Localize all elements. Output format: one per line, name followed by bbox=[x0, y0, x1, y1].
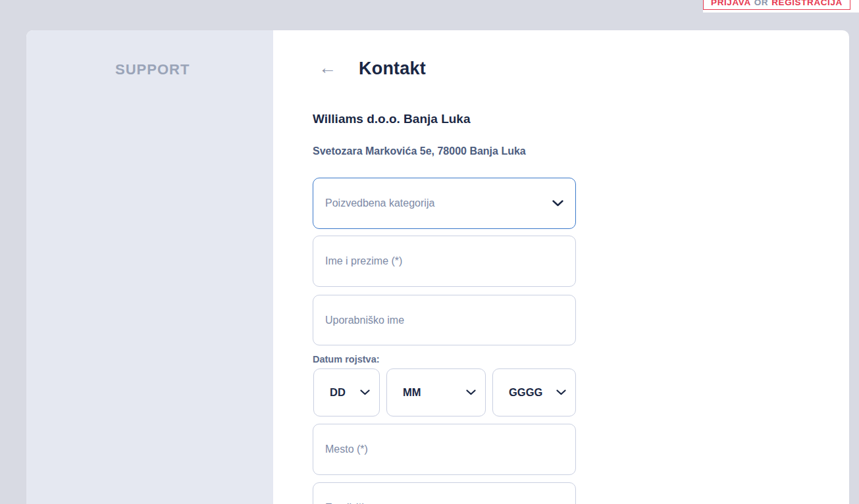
company-name: Williams d.o.o. Banja Luka bbox=[313, 112, 471, 126]
dob-year-select[interactable]: GGGG bbox=[492, 368, 576, 416]
register-button[interactable]: REGISTRACIJA bbox=[771, 0, 843, 7]
chevron-down-icon bbox=[552, 200, 563, 207]
dob-year-value: GGGG bbox=[509, 386, 542, 399]
page-title: Kontakt bbox=[359, 59, 426, 79]
dob-day-value: DD bbox=[330, 386, 346, 399]
auth-or-label: OR bbox=[751, 0, 771, 7]
back-arrow-icon[interactable]: ← bbox=[319, 59, 336, 77]
dob-label: Datum rojstva: bbox=[313, 354, 380, 365]
contact-form-panel: ← Kontakt Williams d.o.o. Banja Luka Sve… bbox=[273, 30, 849, 504]
login-button[interactable]: PRIJAVA bbox=[711, 0, 751, 7]
sidebar-title: SUPPORT bbox=[115, 61, 190, 78]
email-input[interactable] bbox=[313, 482, 576, 504]
city-input[interactable] bbox=[313, 424, 576, 475]
dob-month-value: MM bbox=[403, 386, 421, 399]
company-address: Svetozara Markovića 5e, 78000 Banja Luka bbox=[313, 145, 526, 157]
chevron-down-icon bbox=[556, 390, 566, 395]
full-name-input[interactable] bbox=[313, 236, 576, 287]
dob-month-select[interactable]: MM bbox=[386, 368, 486, 416]
content-card: SUPPORT ← Kontakt Williams d.o.o. Banja … bbox=[26, 30, 849, 504]
username-input[interactable] bbox=[313, 295, 576, 345]
category-select[interactable]: Poizvedbena kategorija bbox=[313, 178, 576, 229]
support-sidebar: SUPPORT bbox=[26, 30, 273, 504]
category-select-value: Poizvedbena kategorija bbox=[325, 197, 434, 209]
dob-day-select[interactable]: DD bbox=[313, 368, 380, 416]
chevron-down-icon bbox=[466, 390, 476, 395]
chevron-down-icon bbox=[360, 390, 370, 395]
dob-selects-row: DD MM GGGG bbox=[313, 368, 576, 416]
auth-buttons[interactable]: PRIJAVA OR REGISTRACIJA bbox=[703, 0, 850, 10]
